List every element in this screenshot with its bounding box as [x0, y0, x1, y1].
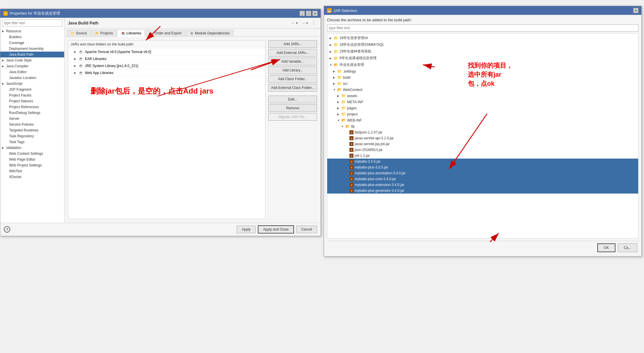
expand-webinf: ▼	[337, 119, 340, 122]
sidebar-item-web-content[interactable]: Web Content Settings	[0, 151, 64, 157]
jar-filter-input[interactable]	[327, 24, 638, 31]
minimize-button[interactable]: _	[300, 11, 305, 16]
sidebar-item-web-page[interactable]: Web Page Editor	[0, 157, 64, 162]
jar-entry-tomcat[interactable]: ▶ ☕ Apache Tomcat v9.0 [Apache Tomcat v9…	[68, 48, 265, 55]
sidebar-item-task-tags[interactable]: Task Tags	[0, 139, 64, 145]
tree-item-mybatis-plus-gen[interactable]: J mybatis-plus-generator-3.4.0.jar	[327, 188, 638, 194]
tree-item-src[interactable]: ▶ 📁 src	[327, 80, 638, 87]
sidebar-item-web-project[interactable]: Web Project Settings	[0, 162, 64, 168]
tab-projects[interactable]: 📂 Projects	[91, 30, 117, 36]
sidebar-item-builders[interactable]: Builders	[0, 34, 64, 40]
jar-dialog-titlebar: ☕ JAR Selection ✕	[324, 6, 641, 15]
jar-entry-ear[interactable]: ▶ ☕ EAR Libraries	[68, 55, 265, 62]
tree-item-fastjson[interactable]: J fastjson-1.2.47.jar	[327, 129, 638, 135]
sidebar-item-validation[interactable]: ▶ Validation	[0, 145, 64, 151]
sidebar-item-project-natures[interactable]: Project Natures	[0, 98, 64, 104]
add-jars-button[interactable]: Add JARs...	[268, 40, 317, 48]
forward-button[interactable]: → ▾	[300, 20, 309, 26]
folder-icon-webinf: 📂	[341, 118, 346, 122]
sidebar-item-resource[interactable]: ▶ Resource	[0, 28, 64, 34]
tab-source-label: Source	[76, 31, 87, 35]
add-library-button[interactable]: Add Library...	[268, 66, 317, 74]
sidebar-item-project-facets[interactable]: Project Facets	[0, 92, 64, 98]
jar-ok-button[interactable]: OK	[597, 243, 615, 252]
remove-button[interactable]: Remove	[268, 104, 317, 112]
tree-item-16[interactable]: ▶ 📁 16学生宿舍管理sh	[327, 35, 638, 41]
sidebar-item-javascript[interactable]: ▶ JavaScript	[0, 81, 64, 87]
edit-button[interactable]: Edit...	[268, 96, 317, 103]
tab-order-export[interactable]: ↕ Order and Export	[146, 30, 185, 36]
tab-libraries[interactable]: 📚 Libraries	[117, 30, 145, 37]
filter-input[interactable]	[2, 20, 62, 27]
tree-item-19[interactable]: ▶ 📁 19学生接种查询系统	[327, 48, 638, 55]
sidebar-item-project-references[interactable]: Project References	[0, 104, 64, 110]
tree-item-jstl[interactable]: J jstl-1.2.jar	[327, 153, 638, 159]
apply-close-button[interactable]: Apply and Close	[258, 225, 294, 233]
tree-item-biye[interactable]: ▼ 📂 毕业生就业管理	[327, 62, 638, 68]
sidebar-item-jsp[interactable]: JSP Fragment	[0, 87, 64, 92]
help-button[interactable]: ?	[4, 226, 10, 233]
sidebar-item-coverage[interactable]: Coverage	[0, 40, 64, 46]
tree-item-mybatis[interactable]: J mybatis-3.5.5.jar	[327, 159, 638, 164]
sidebar-item-targeted-runtimes[interactable]: Targeted Runtimes	[0, 127, 64, 133]
sidebar-item-java-compiler[interactable]: ▶ Java Compiler	[0, 63, 64, 69]
sidebar-label-javadoc: Javadoc Location	[9, 76, 36, 80]
tree-item-mybatis-plus-core[interactable]: J mybatis-plus-core-3.4.0.jar	[327, 176, 638, 182]
projects-tab-icon: 📂	[95, 31, 99, 35]
spacer-mpg	[345, 189, 348, 192]
sidebar-item-java-build-path[interactable]: Java Build Path	[0, 52, 64, 57]
add-variable-button[interactable]: Add Variable...	[268, 58, 317, 65]
tree-item-mybatis-plus-ext[interactable]: J mybatis-plus-extension-3.4.0.jar	[327, 182, 638, 188]
tree-item-9[interactable]: ▶ 📁 9学生选课成绩信息管理	[327, 55, 638, 62]
sidebar-item-server[interactable]: Server	[0, 116, 64, 122]
tree-item-18[interactable]: ▶ 📁 18学生信息管理SSMMYSQL	[327, 41, 638, 48]
tree-item-webinf[interactable]: ▼ 📂 WEB-INF	[327, 117, 638, 123]
apply-button[interactable]: Apply	[237, 226, 256, 233]
sidebar-item-java-code-style[interactable]: ▶ Java Code Style	[0, 57, 64, 63]
close-button[interactable]: ✕	[312, 11, 318, 16]
tree-item-mybatis-plus[interactable]: J mybatis-plus-3.0.5.jar	[327, 164, 638, 170]
menu-button[interactable]: ⋮	[311, 20, 317, 26]
tree-item-lib[interactable]: ▼ 📂 lib	[327, 123, 638, 129]
jar-entry-jre[interactable]: ▶ ☕ JRE System Library [jre1.8.0_221]	[68, 62, 265, 69]
footer-right: Apply Apply and Close Cancel	[237, 225, 317, 233]
jar-close-button[interactable]: ✕	[633, 8, 638, 13]
sidebar-item-task-repository[interactable]: Task Repository	[0, 133, 64, 139]
tree-label-settings: .settings	[343, 69, 356, 73]
content-header: Java Build Path ← ▾ → ▾ ⋮	[64, 18, 321, 29]
sidebar-item-xdoclet[interactable]: XDoclet	[0, 174, 64, 180]
sidebar-item-service-policies[interactable]: Service Policies	[0, 122, 64, 127]
sidebar-item-javadoc[interactable]: Javadoc Location	[0, 75, 64, 81]
expand-metainf: ▶	[337, 101, 340, 103]
tree-item-pages[interactable]: ▶ 📁 pages	[327, 105, 638, 111]
cancel-button[interactable]: Cancel	[296, 226, 317, 233]
tree-item-project[interactable]: ▶ 📁 project	[327, 111, 638, 117]
sidebar-item-wikitext[interactable]: WikiText	[0, 168, 64, 174]
jar-cancel-button[interactable]: Ca...	[618, 243, 637, 252]
spacer8	[5, 94, 8, 97]
tab-source[interactable]: 📁 Source	[67, 30, 91, 36]
add-external-jars-button[interactable]: Add External JARs...	[268, 49, 317, 57]
tree-label-19: 19学生接种查询系统	[340, 49, 371, 54]
tree-item-build[interactable]: ▶ 📁 build	[327, 74, 638, 80]
tree-item-mybatis-plus-annotation[interactable]: J mybatis-plus-annotation-3.4.0.jar	[327, 170, 638, 176]
tree-item-metainf[interactable]: ▶ 📁 META-INF	[327, 99, 638, 105]
tree-item-servlet-jsp[interactable]: J javax.servlet.jsp.jstl.jar	[327, 141, 638, 147]
sidebar-item-deployment[interactable]: Deployment Assembly	[0, 46, 64, 52]
tree-item-settings[interactable]: ▶ 📁 .settings	[327, 68, 638, 74]
tree-item-servlet-api[interactable]: J javax.servlet-api-3.1.0.jar	[327, 135, 638, 141]
back-button[interactable]: ← ▾	[290, 20, 299, 26]
jar-entry-webapp[interactable]: ▶ ☕ Web App Libraries	[68, 69, 265, 76]
add-class-folder-button[interactable]: Add Class Folder...	[268, 75, 317, 83]
maximize-button[interactable]: □	[306, 11, 311, 16]
tree-item-assets[interactable]: ▶ 📁 assets	[327, 93, 638, 99]
sidebar-item-run-debug[interactable]: Run/Debug Settings	[0, 110, 64, 116]
spacer-mpa	[345, 172, 348, 175]
add-external-class-folder-button[interactable]: Add External Class Folder...	[268, 84, 317, 92]
migrate-jar-button[interactable]: Migrate JAR File...	[268, 113, 317, 121]
sidebar-item-java-editor[interactable]: Java Editor	[0, 69, 64, 75]
sidebar-label-coverage: Coverage	[9, 41, 24, 45]
tab-module-deps[interactable]: ⚙ Module Dependencies	[186, 30, 233, 36]
tree-item-json[interactable]: J json-20180813.jar	[327, 147, 638, 153]
tree-item-webcontent[interactable]: ▼ 📂 WebContent	[327, 87, 638, 93]
